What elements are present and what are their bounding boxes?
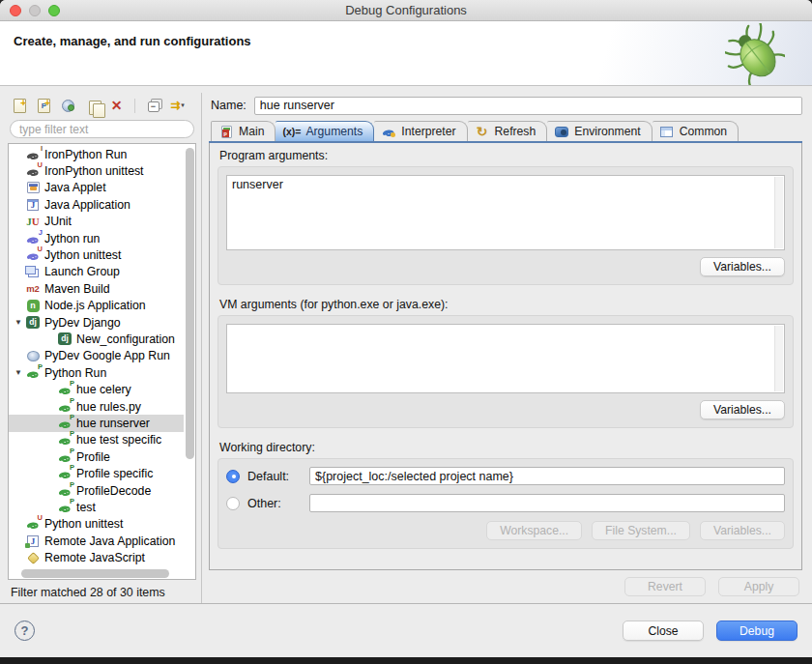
tree-item[interactable]: JRemote Java Application (9, 533, 184, 549)
filter-button[interactable]: ⇉▾ (166, 95, 188, 116)
tree-item-label: PyDev Django (44, 316, 121, 330)
expand-arrow-icon[interactable]: ▼ (12, 368, 25, 377)
tree-horizontal-scrollbar-thumb[interactable] (21, 569, 169, 578)
textarea-scrollbar[interactable] (774, 177, 783, 248)
tab-arguments[interactable]: (x)=Arguments (276, 121, 374, 141)
tree-item[interactable]: djNew_configuration (9, 331, 184, 347)
tab-main[interactable]: Main (211, 121, 276, 141)
tree-item[interactable]: Standalone V8 VM (9, 566, 184, 567)
tree-item-label: JUnit (44, 215, 72, 228)
tree-item[interactable]: JJava Application (9, 196, 184, 213)
default-directory-input[interactable] (309, 467, 785, 485)
tab-common[interactable]: Common (652, 121, 739, 141)
tab-refresh[interactable]: ↻Refresh (468, 121, 548, 141)
tab-label: Refresh (495, 125, 536, 138)
revert-apply-row: Revert Apply (209, 570, 802, 603)
zoom-window-button[interactable] (48, 5, 60, 16)
help-button[interactable]: ? (14, 621, 35, 641)
minimize-window-button[interactable] (29, 5, 41, 16)
tree-item-label: hue celery (76, 383, 131, 396)
pydev-django-icon: dj (57, 332, 72, 347)
other-radio[interactable] (226, 497, 240, 510)
config-tree-box: IIronPython RunUIronPython unittestJava … (8, 143, 196, 580)
tree-item-label: Java Applet (44, 181, 106, 194)
export-config-button[interactable] (57, 95, 79, 116)
window-title: Debug Configurations (0, 3, 812, 17)
debug-button[interactable]: Debug (716, 621, 798, 641)
tree-item[interactable]: Phue rules.py (9, 398, 184, 415)
tree-item[interactable]: Phue celery (9, 381, 184, 397)
tab-label: Common (680, 125, 727, 138)
program-arguments-input[interactable]: runserver (226, 175, 785, 250)
vm-arguments-label: VM arguments (for python.exe or java.exe… (219, 298, 794, 311)
tree-item-label: New_configuration (76, 332, 175, 346)
vm-arguments-input[interactable] (226, 324, 785, 393)
tree-item[interactable]: IIronPython Run (9, 146, 184, 162)
new-prototype-button[interactable]: P+ (33, 95, 55, 116)
collapse-all-button[interactable]: − (142, 95, 164, 116)
wd-variables-button[interactable]: Variables... (700, 521, 785, 540)
new-config-button[interactable]: + (9, 95, 31, 116)
tree-vertical-scrollbar[interactable] (185, 146, 194, 566)
tree-item[interactable]: ▼PPython Run (9, 364, 184, 381)
default-radio[interactable] (226, 470, 240, 483)
program-arguments-group: runserver Variables... (218, 166, 794, 285)
tree-item[interactable]: PProfile (9, 448, 184, 465)
remote-js-icon (25, 550, 41, 565)
duplicate-button[interactable] (81, 95, 103, 116)
name-row: Name: (211, 94, 802, 117)
tree-item-label: hue runserver (76, 417, 150, 430)
tree-item-label: hue rules.py (76, 400, 141, 414)
tab-interpreter[interactable]: Interpreter (374, 121, 467, 141)
other-directory-input[interactable] (309, 494, 785, 512)
tree-item-label: IronPython Run (44, 148, 127, 161)
wd-file-system-button[interactable]: File System... (592, 521, 690, 540)
tree-item[interactable]: UJython unittest (9, 246, 184, 263)
filter-input[interactable] (10, 120, 194, 138)
tree-item-label: Remote Java Application (44, 534, 175, 548)
close-window-button[interactable] (10, 5, 21, 16)
name-input[interactable] (254, 97, 802, 115)
java-application-icon: J (25, 197, 41, 213)
tree-item[interactable]: PProfile specific (9, 465, 184, 481)
tree-item-label: Node.js Application (44, 299, 146, 312)
tree-item[interactable]: Phue test specific (9, 432, 184, 448)
tree-item[interactable]: UPython unittest (9, 516, 184, 533)
tree-item-label: PyDev Google App Run (44, 349, 170, 362)
tree-item[interactable]: Remote JavaScript (9, 549, 184, 565)
apply-button[interactable]: Apply (718, 577, 799, 596)
revert-button[interactable]: Revert (624, 577, 706, 596)
nodejs-icon: n (25, 298, 41, 313)
tree-item[interactable]: nNode.js Application (9, 298, 184, 314)
tree-item[interactable]: Launch Group (9, 264, 184, 280)
tree-item[interactable]: Ptest (9, 499, 184, 515)
close-button[interactable]: Close (623, 621, 704, 641)
tree-item[interactable]: m2Maven Build (9, 280, 184, 297)
vm-arguments-variables-button[interactable]: Variables... (700, 400, 785, 419)
tree-item[interactable]: Phue runserver (9, 415, 184, 431)
tree-item[interactable]: JJython run (9, 230, 184, 246)
tree-item[interactable]: UIronPython unittest (9, 162, 184, 179)
program-arguments-variables-button[interactable]: Variables... (700, 257, 785, 276)
traffic-lights (0, 5, 60, 16)
tree-horizontal-scrollbar[interactable] (11, 568, 183, 578)
expand-arrow-icon[interactable]: ▼ (12, 318, 25, 327)
tree-item[interactable]: JUJUnit (9, 214, 184, 230)
tab-environment[interactable]: Environment (547, 121, 652, 141)
wd-workspace-button[interactable]: Workspace... (486, 521, 582, 540)
delete-button[interactable]: ✕ (105, 95, 128, 116)
tree-item[interactable]: PProfileDecode (9, 482, 184, 499)
program-arguments-value: runserver (232, 178, 283, 191)
tree-item-label: IronPython unittest (44, 164, 144, 178)
other-radio-label: Other: (247, 497, 302, 510)
v8-icon (25, 566, 41, 567)
tab-bar: Main(x)=ArgumentsInterpreter↻RefreshEnvi… (209, 121, 802, 143)
tree-item[interactable]: Java Applet (9, 180, 184, 196)
tree-item-label: hue test specific (76, 433, 161, 447)
tree-item[interactable]: PyDev Google App Run (9, 348, 184, 364)
tree-item[interactable]: ▼djPyDev Django (9, 314, 184, 331)
wd-buttons: Workspace...File System...Variables... (226, 521, 785, 540)
tree-vertical-scrollbar-thumb[interactable] (186, 148, 194, 459)
textarea-scrollbar[interactable] (774, 326, 783, 391)
new-prototype-icon: P+ (37, 98, 52, 113)
